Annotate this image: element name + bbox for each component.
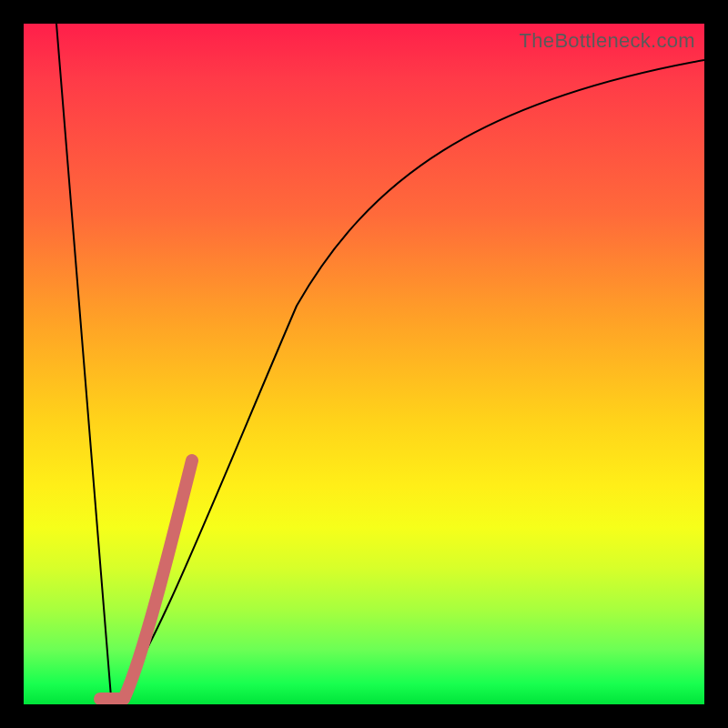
highlight-segment	[100, 460, 192, 699]
plot-area: TheBottleneck.com	[24, 24, 704, 704]
chart-svg	[24, 24, 704, 704]
watermark-text: TheBottleneck.com	[520, 29, 695, 53]
chart-frame: TheBottleneck.com	[0, 0, 728, 728]
